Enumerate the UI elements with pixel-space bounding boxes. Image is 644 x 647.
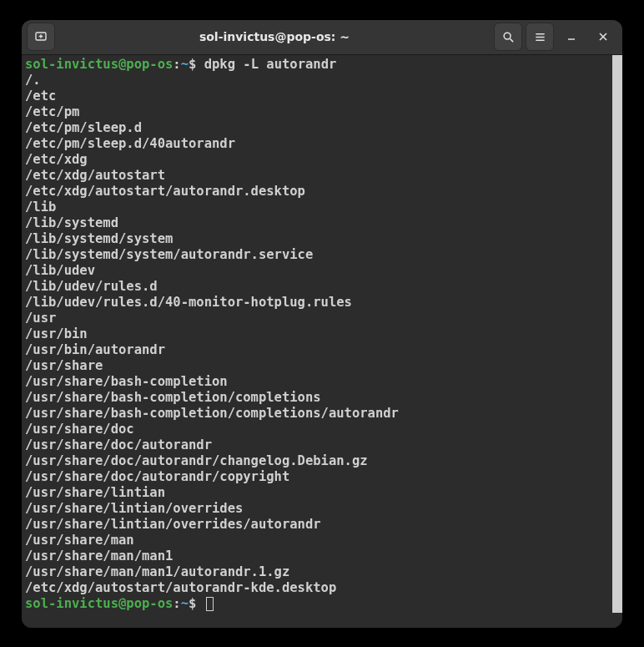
search-icon [502,31,515,43]
output-line: /lib/udev/rules.d/40-monitor-hotplug.rul… [25,295,609,311]
close-button[interactable] [589,23,617,51]
output-line: /usr/share/lintian [25,485,609,501]
output-line: /usr/share/bash-completion [25,374,609,390]
output-line: /etc [25,88,609,104]
typed-command: dpkg -L autorandr [204,57,337,72]
output-line: /lib/systemd/system/autorandr.service [25,247,609,263]
output-line: /etc/xdg/autostart/autorandr.desktop [25,184,609,200]
prompt-separator: : [173,596,180,611]
output-line: /usr/share/lintian/overrides/autorandr [25,517,609,533]
close-icon [598,32,608,42]
output-line: /usr/share/man [25,533,609,548]
output-line: /etc/xdg/autostart/autorandr-kde.desktop [25,580,609,596]
output-line: /usr/share/doc/autorandr [25,437,609,453]
prompt-path: ~ [181,596,189,611]
prompt-line: sol-invictus@pop-os:~$ [25,596,609,612]
search-button[interactable] [494,23,522,51]
menu-button[interactable] [526,23,554,51]
output-line: /usr/share/lintian/overrides [25,501,609,517]
output-line: /usr/share/bash-completion/completions/a… [25,406,609,422]
output-line: /lib [25,200,609,215]
output-line: /etc/pm/sleep.d [25,120,609,136]
window-title: sol-invictus@pop-os: ~ [55,30,494,43]
prompt-symbol: $ [189,57,204,72]
scrollbar[interactable] [612,55,622,613]
output-line: /usr/bin [25,326,609,342]
titlebar: sol-invictus@pop-os: ~ [22,20,622,55]
svg-line-4 [510,38,513,42]
prompt-user-host: sol-invictus@pop-os [25,57,173,72]
terminal-content[interactable]: sol-invictus@pop-os:~$ dpkg -L autorandr… [22,55,612,628]
titlebar-right [494,23,617,51]
output-line: /etc/xdg/autostart [25,168,609,184]
output-line: /usr/share/doc [25,422,609,437]
output-line: /etc/pm [25,104,609,120]
svg-point-3 [504,33,511,39]
output-line: /lib/udev/rules.d [25,279,609,295]
output-line: /usr/share/man/man1/autorandr.1.gz [25,564,609,580]
output-line: /etc/xdg [25,152,609,168]
prompt-symbol: $ [189,596,204,611]
new-tab-button[interactable] [27,23,55,51]
output-line: /usr/share/bash-completion/completions [25,390,609,406]
command-line: sol-invictus@pop-os:~$ dpkg -L autorandr [25,57,609,73]
prompt-separator: : [173,57,180,72]
output-line: /usr/share [25,358,609,374]
minimize-button[interactable] [557,23,586,51]
output-line: /. [25,73,609,88]
output-line: /etc/pm/sleep.d/40autorandr [25,136,609,152]
output-line: /usr [25,311,609,326]
output-line: /lib/udev [25,263,609,279]
prompt-path: ~ [181,57,189,72]
output-line: /usr/share/doc/autorandr/copyright [25,469,609,485]
output-line: /usr/bin/autorandr [25,342,609,358]
output-line: /usr/share/doc/autorandr/changelog.Debia… [25,453,609,469]
new-tab-icon [34,30,48,43]
output-line: /lib/systemd [25,215,609,231]
prompt-user-host: sol-invictus@pop-os [25,596,173,611]
output-line: /lib/systemd/system [25,231,609,247]
terminal-area: sol-invictus@pop-os:~$ dpkg -L autorandr… [22,55,622,628]
output-line: /usr/share/man/man1 [25,548,609,564]
terminal-window: sol-invictus@pop-os: ~ [22,20,622,628]
cursor [206,597,214,611]
minimize-icon [566,32,576,42]
hamburger-icon [534,31,546,43]
